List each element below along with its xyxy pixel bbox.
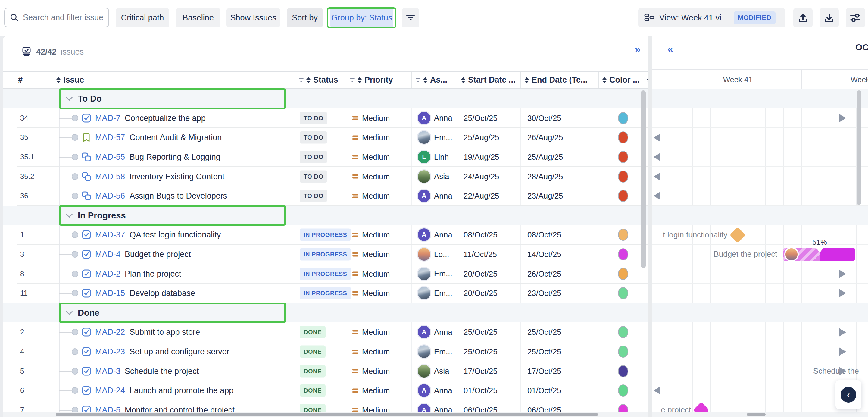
view-selector-button[interactable]: View: Week 41 vi... MODIFIED xyxy=(638,8,785,27)
status-badge[interactable]: TO DO xyxy=(300,112,327,124)
issue-title[interactable]: Develop database xyxy=(129,289,195,298)
group-row-in-progress[interactable]: In Progress xyxy=(3,206,648,226)
drag-handle[interactable] xyxy=(72,290,78,296)
status-badge[interactable]: TO DO xyxy=(300,190,327,202)
assignee-cell[interactable]: AAnna xyxy=(418,228,453,241)
status-badge[interactable]: TO DO xyxy=(300,131,327,144)
priority-cell[interactable]: Medium xyxy=(352,328,390,337)
critical-path-button[interactable]: Critical path xyxy=(116,8,169,27)
end-date[interactable]: 01/Oct/25 xyxy=(527,386,561,395)
start-date[interactable]: 22/Aug/25 xyxy=(464,191,499,201)
issue-key-link[interactable]: MAD-57 xyxy=(95,133,125,142)
status-badge[interactable]: TO DO xyxy=(300,151,327,163)
assignee-cell[interactable]: Lo... xyxy=(418,248,450,261)
column-header-priority[interactable]: Priority xyxy=(346,72,411,88)
assignee-cell[interactable]: Em... xyxy=(418,131,453,144)
end-date[interactable]: 30/Oct/25 xyxy=(527,113,561,123)
status-badge[interactable]: IN PROGRESS xyxy=(300,229,351,241)
download-button[interactable] xyxy=(819,8,839,27)
gantt-horizontal-scrollbar-thumb[interactable] xyxy=(747,413,766,416)
color-dot[interactable] xyxy=(618,190,628,202)
issue-key-link[interactable]: MAD-15 xyxy=(95,289,125,298)
end-date[interactable]: 08/Oct/25 xyxy=(527,230,561,240)
issue-key-link[interactable]: MAD-55 xyxy=(95,152,125,162)
issue-title[interactable]: Plan the project xyxy=(125,269,181,278)
drag-handle[interactable] xyxy=(72,368,78,375)
assignee-cell[interactable]: Em... xyxy=(418,287,453,299)
color-dot[interactable] xyxy=(618,151,628,163)
assignee-cell[interactable]: AAnna xyxy=(418,326,453,338)
sort-icon[interactable] xyxy=(423,77,427,83)
issue-key-link[interactable]: MAD-4 xyxy=(95,250,121,259)
scroll-to-task-left-icon[interactable] xyxy=(654,153,660,161)
gantt-row[interactable] xyxy=(652,342,868,362)
column-header-status[interactable]: Status xyxy=(294,72,346,88)
gantt-row[interactable] xyxy=(652,322,868,342)
color-dot[interactable] xyxy=(618,384,628,396)
group-by-button[interactable]: Group by: Status xyxy=(330,8,393,27)
scroll-to-task-right-icon[interactable] xyxy=(839,348,846,356)
issue-title[interactable]: Submit to app store xyxy=(129,328,200,337)
issue-title[interactable]: Assign Bugs to Developers xyxy=(129,191,227,201)
drag-handle[interactable] xyxy=(72,387,78,394)
table-row[interactable]: 4MAD-23Set up and configure serverDONEMe… xyxy=(3,342,648,362)
table-gantt-divider[interactable] xyxy=(648,36,653,417)
table-row[interactable]: 35.2MAD-58Inventory Existing ContentTO D… xyxy=(3,167,648,186)
end-date[interactable]: 23/Aug/25 xyxy=(527,191,563,201)
column-header-start[interactable]: Start Date ... xyxy=(457,72,521,88)
priority-cell[interactable]: Medium xyxy=(352,133,390,142)
collapse-timeline-button[interactable]: « xyxy=(668,43,673,54)
priority-cell[interactable]: Medium xyxy=(352,113,390,123)
sort-icon[interactable] xyxy=(461,77,465,83)
assignee-cell[interactable]: AAnna xyxy=(418,384,453,397)
end-date[interactable]: 26/Aug/25 xyxy=(527,133,563,142)
issue-title[interactable]: Launch and promote the app xyxy=(129,386,234,395)
color-dot[interactable] xyxy=(618,131,628,143)
issue-title[interactable]: QA test login functionality xyxy=(129,230,221,240)
table-row[interactable]: 11MAD-15Develop databaseIN PROGRESSMediu… xyxy=(3,284,648,303)
scroll-to-task-left-icon[interactable] xyxy=(654,172,660,181)
status-badge[interactable]: DONE xyxy=(300,384,326,397)
status-badge[interactable]: IN PROGRESS xyxy=(300,268,351,280)
start-date[interactable]: 01/Oct/25 xyxy=(464,386,498,395)
column-header-color[interactable]: Color ... xyxy=(598,72,643,88)
table-horizontal-scrollbar-thumb[interactable] xyxy=(56,413,598,416)
issue-title[interactable]: Conceptualize the app xyxy=(125,113,206,123)
group-row-to-do[interactable]: To Do xyxy=(3,89,648,109)
drag-handle[interactable] xyxy=(72,251,78,258)
drag-handle[interactable] xyxy=(72,348,78,355)
sort-icon[interactable] xyxy=(358,77,362,83)
group-row-done[interactable]: Done xyxy=(3,303,648,323)
chevron-down-icon[interactable] xyxy=(66,211,73,218)
end-date[interactable]: 28/Aug/25 xyxy=(527,172,563,181)
table-row[interactable]: 34MAD-7Conceptualize the appTO DOMediumA… xyxy=(3,109,648,128)
scroll-to-task-right-icon[interactable] xyxy=(839,270,846,278)
gantt-row[interactable] xyxy=(652,109,868,128)
start-date[interactable]: 08/Oct/25 xyxy=(464,230,498,240)
end-date[interactable]: 25/Oct/25 xyxy=(527,347,561,356)
table-row[interactable]: 6MAD-24Launch and promote the appDONEMed… xyxy=(3,381,648,400)
issue-title[interactable]: Schedule the project xyxy=(125,366,199,376)
status-badge[interactable]: IN PROGRESS xyxy=(300,287,351,299)
end-date[interactable]: 17/Oct/25 xyxy=(527,366,561,376)
color-dot[interactable] xyxy=(618,171,628,183)
scroll-to-task-right-icon[interactable] xyxy=(839,328,846,336)
assignee-cell[interactable]: Asia xyxy=(418,365,450,378)
scroll-to-task-right-icon[interactable] xyxy=(839,114,846,122)
issue-title[interactable]: Inventory Existing Content xyxy=(129,172,224,181)
end-date[interactable]: 25/Oct/25 xyxy=(527,328,561,337)
start-date[interactable]: 20/Oct/25 xyxy=(464,269,498,278)
scroll-to-task-right-icon[interactable] xyxy=(839,367,846,376)
column-header-more[interactable] xyxy=(643,72,648,88)
issue-key-link[interactable]: MAD-24 xyxy=(95,386,125,395)
expand-grid-button[interactable]: » xyxy=(635,44,641,54)
chevron-down-icon[interactable] xyxy=(66,94,73,101)
issue-key-link[interactable]: MAD-58 xyxy=(95,172,125,181)
assignee-cell[interactable]: AAnna xyxy=(418,112,453,124)
color-dot[interactable] xyxy=(618,326,628,338)
issue-title[interactable]: Bug Reporting & Logging xyxy=(129,152,220,162)
start-date[interactable]: 25/Oct/25 xyxy=(464,347,498,356)
assignee-cell[interactable]: AAnna xyxy=(418,189,453,202)
color-dot[interactable] xyxy=(618,229,628,241)
priority-cell[interactable]: Medium xyxy=(352,172,390,181)
